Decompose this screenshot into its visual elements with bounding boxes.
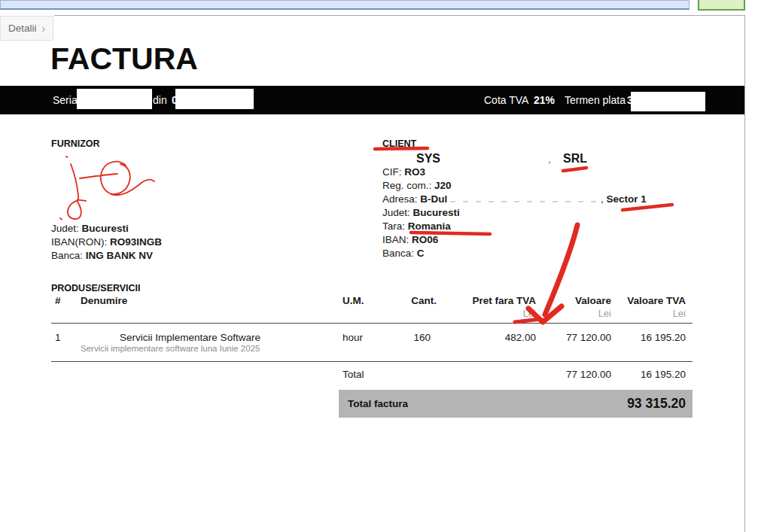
furnizor-banca: Banca: ING BANK NV	[51, 249, 162, 263]
tara-value: Romania	[408, 220, 451, 232]
row-num: 1	[51, 332, 79, 343]
total-valoare: 77 120.00	[536, 369, 611, 380]
client-banca: Banca: C	[382, 247, 647, 260]
client-name-separator: ,	[548, 153, 551, 165]
iban-value: RO93INGB	[110, 236, 162, 248]
iban-label: IBAN(RON):	[51, 236, 107, 248]
client-cif: CIF: RO3	[382, 166, 647, 179]
banca-value: ING BANK NV	[86, 250, 153, 261]
client-heading: CLIENT	[382, 138, 416, 149]
tara-label: Tara:	[382, 220, 405, 232]
table-header-row: # Denumire U.M. Cant. Pret fara TVA Valo…	[51, 295, 686, 306]
page-right-border	[744, 15, 745, 532]
col-valoare-tva: Valoare TVA	[611, 295, 686, 306]
cota-tva-value: 21%	[534, 86, 555, 114]
table-row: 1 Servicii Implementare Software hour 16…	[51, 332, 686, 343]
redaction-box	[77, 89, 152, 109]
redacted-address-remnant	[450, 195, 601, 202]
highlighted-field-strip[interactable]	[0, 0, 690, 10]
furnizor-heading: FURNIZOR	[51, 138, 100, 149]
currency-lei: Lei	[611, 308, 686, 319]
judet-label: Judet:	[51, 223, 79, 234]
client-iban: IBAN: RO06	[382, 233, 647, 247]
client-judet: Judet: Bucuresti	[382, 206, 647, 220]
client-name-part2: SRL	[563, 152, 587, 166]
sector-value: Sector 1	[607, 193, 647, 205]
row-um: hour	[301, 332, 376, 343]
redaction-box	[175, 89, 254, 109]
termen-plata-label: Termen plata	[565, 86, 626, 114]
client-details: CIF: RO3 Reg. com.: J20 Adresa: B-Dul , …	[382, 166, 647, 260]
row-cant: 160	[376, 332, 437, 343]
judet-value: Bucuresti	[82, 223, 129, 234]
adresa-value: B-Dul	[420, 193, 447, 205]
client-reg: Reg. com.: J20	[382, 179, 647, 193]
banca-label: Banca:	[382, 248, 414, 259]
currency-lei: Lei	[536, 308, 611, 319]
currency-row: Lei Lei Lei	[51, 308, 686, 319]
row-valoare-tva: 16 195.20	[611, 332, 686, 343]
table-divider	[51, 323, 693, 324]
cif-value: RO3	[404, 166, 425, 178]
red-signature-scribble	[60, 157, 154, 220]
chevron-right-icon: ›	[41, 23, 45, 35]
col-pret-fara-tva: Pret fara TVA	[437, 295, 536, 306]
currency-lei: Lei	[437, 308, 536, 319]
din-label: din	[153, 86, 167, 114]
client-name-part1: SYS	[416, 152, 440, 166]
col-num: #	[51, 295, 79, 306]
total-factura-box: Total factura 93 315.20	[339, 390, 693, 418]
iban-value: RO06	[412, 234, 438, 245]
cif-label: CIF:	[382, 166, 402, 178]
total-factura-value: 93 315.20	[627, 396, 686, 412]
redaction-box	[631, 92, 705, 111]
page-top-border	[54, 15, 745, 16]
banca-label: Banca:	[51, 250, 83, 261]
table-divider	[51, 361, 693, 362]
furnizor-judet: Judet: Bucuresti	[51, 222, 162, 236]
col-um: U.M.	[301, 295, 376, 306]
table-heading: PRODUSE/SERVICII	[51, 283, 141, 293]
client-tara: Tara: Romania	[382, 220, 647, 233]
col-valoare: Valoare	[536, 295, 611, 306]
seria-label: Seria	[53, 86, 78, 114]
green-button-fragment[interactable]	[698, 0, 745, 11]
cota-tva-label: Cota TVA	[484, 86, 528, 114]
invoice-meta-bar: Seria din 0 Cota TVA 21% Termen plata 3	[0, 86, 744, 114]
total-factura-label: Total factura	[348, 398, 408, 409]
furnizor-details: Judet: Bucuresti IBAN(RON): RO93INGB Ban…	[51, 222, 162, 263]
reg-label: Reg. com.:	[382, 180, 431, 191]
row-description: Servicii implementare software luna Iuni…	[81, 344, 260, 353]
judet-label: Judet:	[382, 207, 410, 218]
total-valoare-tva: 16 195.20	[611, 369, 686, 380]
row-pret: 482.00	[437, 332, 536, 343]
tab-detalii[interactable]: Detalii ›	[0, 16, 53, 41]
judet-value: Bucuresti	[413, 207, 460, 218]
total-label: Total	[301, 369, 376, 380]
red-pen-annotations	[0, 0, 758, 532]
red-underline-lei	[515, 319, 540, 322]
col-cant: Cant.	[376, 295, 437, 306]
col-denumire: Denumire	[79, 295, 301, 306]
invoice-title: FACTURA	[50, 41, 198, 77]
tab-detalii-label: Detalii	[8, 23, 37, 34]
total-row: Total 77 120.00 16 195.20	[51, 369, 686, 380]
client-adresa: Adresa: B-Dul , Sector 1	[382, 193, 647, 206]
row-valoare: 77 120.00	[536, 332, 611, 343]
adresa-label: Adresa:	[382, 193, 418, 205]
reg-value: J20	[434, 180, 452, 191]
furnizor-iban: IBAN(RON): RO93INGB	[51, 236, 162, 249]
row-name: Servicii Implementare Software	[79, 332, 301, 343]
banca-value: C	[417, 248, 425, 259]
iban-label: IBAN:	[382, 234, 409, 245]
adresa-separator: ,	[601, 193, 604, 205]
invoice-preview-screen: Detalii › FACTURA Seria din 0 Cota TVA 2…	[0, 0, 758, 532]
